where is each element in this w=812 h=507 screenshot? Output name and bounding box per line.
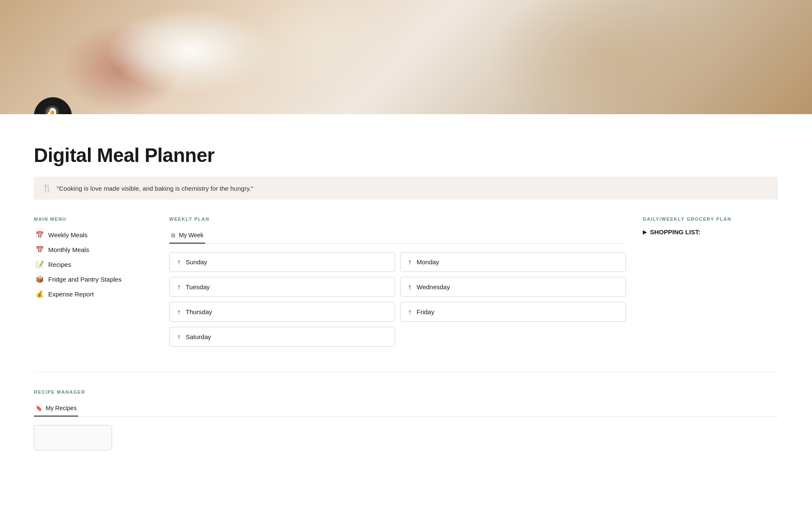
day-card-wednesday[interactable]: ↗ Wednesday: [400, 277, 626, 297]
utensils-icon: 🍴: [42, 184, 52, 193]
arrow-icon-saturday: ↗: [175, 333, 183, 341]
page-title: Digital Meal Planner: [34, 144, 778, 167]
recipe-manager-label: RECIPE MANAGER: [34, 389, 778, 395]
grocery-section: DAILY/WEEKLY GROCERY PLAN ▶ SHOPPING LIS…: [643, 217, 778, 347]
quote-banner: 🍴 "Cooking is love made visible, and bak…: [34, 177, 778, 200]
arrow-icon-monday: ↗: [406, 258, 414, 266]
sidebar-label-recipes: Recipes: [48, 261, 71, 268]
day-label-friday: Friday: [417, 308, 434, 315]
shopping-list-label: SHOPPING LIST:: [650, 228, 700, 236]
grid-icon: ⊞: [171, 232, 176, 238]
day-card-saturday[interactable]: ↗ Saturday: [169, 327, 395, 347]
day-card-monday[interactable]: ↗ Monday: [400, 252, 626, 272]
day-card-friday[interactable]: ↗ Friday: [400, 302, 626, 322]
notepad-icon: 📝: [36, 260, 44, 269]
day-label-saturday: Saturday: [186, 333, 211, 340]
days-grid: ↗ Sunday ↗ Monday ↗ Tuesday ↗ Wednesday …: [169, 252, 626, 347]
sidebar-item-recipes[interactable]: 📝 Recipes: [34, 258, 152, 271]
logo-container: [34, 97, 72, 114]
recipe-tab-bar: 🔖 My Recipes: [34, 401, 778, 417]
arrow-icon-wednesday: ↗: [406, 283, 414, 291]
shopping-list-toggle[interactable]: ▶ SHOPPING LIST:: [643, 228, 778, 236]
sidebar-label-weekly-meals: Weekly Meals: [48, 231, 88, 238]
weekly-plan-section: WEEKLY PLAN ⊞ My Week ↗ Sunday ↗ Monday …: [169, 217, 626, 347]
calendar-icon-weekly: 📅: [36, 231, 44, 239]
hero-banner: [0, 0, 812, 114]
my-recipes-tab-label: My Recipes: [46, 405, 77, 411]
main-content: Digital Meal Planner 🍴 "Cooking is love …: [0, 114, 812, 467]
sidebar-item-weekly-meals[interactable]: 📅 Weekly Meals: [34, 228, 152, 241]
my-week-tab-label: My Week: [179, 232, 203, 238]
recipe-card-placeholder: [34, 425, 112, 450]
weekly-plan-label: WEEKLY PLAN: [169, 217, 626, 222]
sidebar-label-monthly-meals: Monthly Meals: [48, 246, 89, 253]
triangle-icon: ▶: [643, 229, 647, 235]
weekly-tab-bar: ⊞ My Week: [169, 228, 626, 244]
day-label-sunday: Sunday: [186, 258, 207, 266]
sidebar-label-fridge-pantry: Fridge and Pantry Staples: [48, 276, 121, 283]
sidebar-item-monthly-meals[interactable]: 📅 Monthly Meals: [34, 243, 152, 256]
my-recipes-tab[interactable]: 🔖 My Recipes: [34, 401, 78, 417]
calendar-icon-monthly: 📅: [36, 246, 44, 254]
recipe-manager-section: RECIPE MANAGER 🔖 My Recipes: [34, 389, 778, 450]
day-card-thursday[interactable]: ↗ Thursday: [169, 302, 395, 322]
arrow-icon-thursday: ↗: [175, 308, 183, 316]
sidebar-item-expense-report[interactable]: 💰 Expense Report: [34, 288, 152, 301]
day-label-thursday: Thursday: [186, 308, 212, 315]
section-divider: [34, 372, 778, 373]
sidebar-label-expense-report: Expense Report: [48, 290, 94, 298]
arrow-icon-tuesday: ↗: [175, 283, 183, 291]
my-week-tab[interactable]: ⊞ My Week: [169, 228, 205, 244]
money-icon: 💰: [36, 290, 44, 298]
sidebar-item-fridge-pantry[interactable]: 📦 Fridge and Pantry Staples: [34, 273, 152, 286]
day-label-tuesday: Tuesday: [186, 283, 210, 290]
grocery-label: DAILY/WEEKLY GROCERY PLAN: [643, 217, 778, 222]
arrow-icon-friday: ↗: [406, 308, 414, 316]
day-card-tuesday[interactable]: ↗ Tuesday: [169, 277, 395, 297]
sidebar: MAIN MENU 📅 Weekly Meals 📅 Monthly Meals…: [34, 217, 152, 347]
box-icon: 📦: [36, 275, 44, 283]
logo-icon: [34, 97, 72, 114]
three-column-layout: MAIN MENU 📅 Weekly Meals 📅 Monthly Meals…: [34, 217, 778, 347]
quote-text: "Cooking is love made visible, and bakin…: [57, 185, 253, 192]
arrow-icon-sunday: ↗: [175, 258, 183, 266]
bookmark-icon: 🔖: [36, 405, 42, 411]
main-menu-label: MAIN MENU: [34, 217, 152, 222]
day-label-monday: Monday: [417, 258, 439, 266]
day-card-sunday[interactable]: ↗ Sunday: [169, 252, 395, 272]
day-label-wednesday: Wednesday: [417, 283, 450, 290]
